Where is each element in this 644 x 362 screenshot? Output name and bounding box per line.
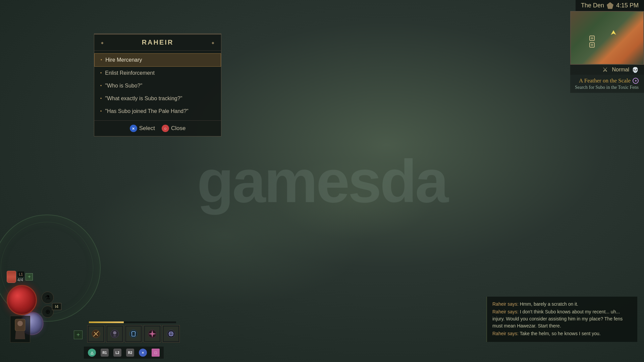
- skill-slot-3-inner: [126, 326, 141, 341]
- ctrl-r1: R1: [101, 349, 109, 357]
- bullet-2: •: [100, 71, 102, 75]
- minimap-icon-2: [589, 42, 595, 48]
- select-label: Select: [139, 125, 155, 132]
- potion-label: L1: [17, 272, 24, 277]
- select-button[interactable]: × Select: [130, 125, 155, 132]
- dialog-option-3[interactable]: • "Who is Subo?": [94, 79, 221, 92]
- quest-title-text: A Feather on the Scale: [579, 77, 631, 84]
- dialogue-text-3: Take the helm, so he knows I sent you.: [520, 331, 600, 336]
- l2-icon[interactable]: L2: [113, 349, 121, 357]
- difficulty-bar: ⚔ Normal 💀: [570, 65, 644, 75]
- skill-slot-5-inner: [164, 326, 178, 341]
- ctrl-cross: ×: [139, 349, 147, 357]
- quest-icon: ✦: [633, 78, 639, 84]
- location-label: The Den: [581, 2, 604, 9]
- dialogue-line-3: Raheir says: Take the helm, so he knows …: [492, 330, 632, 337]
- bullet-5: •: [100, 109, 102, 114]
- svg-marker-0: [611, 30, 616, 35]
- skill-slot-4-inner: [145, 326, 160, 341]
- dialogue-speaker-1: Raheir says:: [492, 301, 519, 307]
- bottom-controls-bar: △ R1 L2 R2 × □: [84, 347, 164, 359]
- health-orb-wrapper: ⚗ ⊕: [7, 285, 37, 315]
- skill-slot-5[interactable]: [162, 325, 180, 343]
- quest-subtitle: Search for Subo in the Toxic Fens: [570, 85, 639, 90]
- skill-hotbar: [87, 325, 180, 343]
- dialog-option-3-label: "Who is Subo?": [105, 83, 142, 89]
- dialog-option-4[interactable]: • "What exactly is Subo tracking?": [94, 92, 221, 105]
- x-button-icon: ×: [130, 125, 137, 132]
- skill-slot-2[interactable]: [106, 325, 123, 343]
- xp-bar-fill: [89, 321, 124, 323]
- dialogue-speaker-2: Raheir says:: [492, 309, 519, 314]
- dialog-option-2[interactable]: • Enlist Reinforcement: [94, 67, 221, 79]
- o-button-icon: ○: [162, 125, 169, 132]
- svg-point-9: [113, 331, 116, 335]
- bullet-1: •: [101, 58, 102, 62]
- dialog-option-5-label: "Has Subo joined The Pale Hand?": [105, 108, 189, 114]
- skull-icon: 💀: [632, 67, 639, 73]
- svg-point-10: [129, 330, 138, 338]
- minimap[interactable]: [570, 11, 644, 65]
- cross-icon[interactable]: ×: [139, 349, 147, 357]
- minimap-icon-1: [589, 35, 595, 41]
- location-icon: [607, 2, 613, 9]
- ctrl-l2: L2: [113, 349, 121, 357]
- skill-slot-3[interactable]: [125, 325, 142, 343]
- dialogue-speaker-3: Raheir says:: [492, 331, 519, 336]
- health-orb: [7, 285, 37, 315]
- potion-area: L1 4/4 +: [7, 271, 33, 283]
- side-icon-1[interactable]: ⚗: [42, 292, 54, 304]
- dialog-options-list: • Hire Mercenary • Enlist Reinforcement …: [94, 51, 221, 120]
- bullet-4: •: [100, 96, 102, 101]
- ctrl-square: □: [152, 349, 160, 357]
- dialog-header: RAHEIR: [94, 35, 221, 51]
- skill-slot-1[interactable]: [87, 325, 105, 343]
- dialogue-line-1: Raheir says: Hmm, barely a scratch on it…: [492, 301, 632, 308]
- dialog-box: RAHEIR • Hire Mercenary • Enlist Reinfor…: [94, 34, 221, 136]
- difficulty-label: Normal: [612, 67, 629, 73]
- dialog-option-4-label: "What exactly is Subo tracking?": [105, 96, 182, 102]
- quest-title: A Feather on the Scale ✦: [570, 77, 639, 84]
- skill-slot-4[interactable]: [144, 325, 161, 343]
- hud-top-right: The Den 4:15 PM ⚔ Normal: [570, 0, 644, 93]
- potion-icon: [7, 271, 16, 283]
- dialog-footer: × Select ○ Close: [94, 120, 221, 136]
- close-label: Close: [171, 125, 185, 132]
- character-portrait: [10, 316, 30, 343]
- time-label: 4:15 PM: [616, 2, 639, 9]
- minimap-player-marker: [611, 30, 616, 36]
- ctrl-r2: R2: [126, 349, 134, 357]
- dialogue-line-2: Raheir says: I don't think Subo knows ab…: [492, 308, 632, 329]
- minimap-inner: [571, 12, 643, 64]
- svg-point-17: [17, 321, 23, 326]
- r2-icon[interactable]: R2: [126, 349, 134, 357]
- bullet-3: •: [100, 83, 102, 88]
- add-skill-button[interactable]: +: [74, 330, 83, 339]
- r1-icon[interactable]: R1: [101, 349, 109, 357]
- square-icon[interactable]: □: [152, 349, 160, 357]
- dialog-npc-name: RAHEIR: [142, 39, 174, 46]
- player-level: 4: [56, 304, 58, 309]
- location-time-bar: The Den 4:15 PM: [576, 0, 644, 11]
- quest-info: A Feather on the Scale ✦ Search for Subo…: [570, 75, 644, 93]
- skill-slot-1-inner: [89, 326, 103, 341]
- difficulty-icon: ⚔: [602, 66, 608, 73]
- dialogue-text-box: Raheir says: Hmm, barely a scratch on it…: [486, 297, 637, 342]
- potion-count: 4/4: [17, 278, 24, 282]
- player-level-badge: l4: [52, 303, 61, 310]
- skill-slot-2-inner: [107, 326, 122, 341]
- dialog-option-1[interactable]: • Hire Mercenary: [94, 53, 221, 67]
- dialogue-text-1: Hmm, barely a scratch on it.: [520, 301, 578, 307]
- triangle-icon[interactable]: △: [88, 349, 96, 357]
- dialog-option-1-label: Hire Mercenary: [105, 57, 142, 63]
- xp-bar-container: [89, 321, 176, 323]
- add-potion-button[interactable]: +: [25, 273, 33, 281]
- ctrl-triangle: △: [88, 349, 96, 357]
- close-button[interactable]: ○ Close: [162, 125, 185, 132]
- dialog-option-5[interactable]: • "Has Subo joined The Pale Hand?": [94, 105, 221, 118]
- dialog-option-2-label: Enlist Reinforcement: [105, 70, 155, 76]
